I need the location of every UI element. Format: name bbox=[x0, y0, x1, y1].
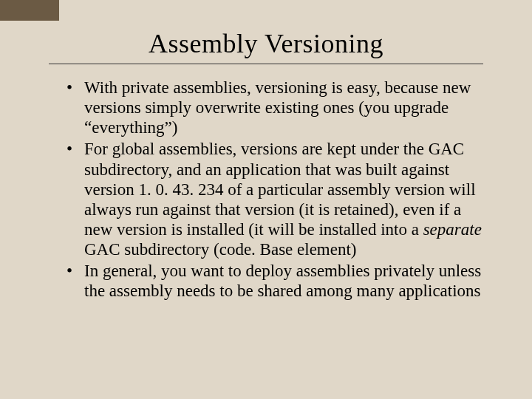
corner-accent bbox=[0, 0, 59, 21]
bullet-text: With private assemblies, versioning is e… bbox=[84, 78, 471, 137]
list-item: For global assemblies, versions are kept… bbox=[84, 139, 482, 261]
bullet-text: For global assemblies, versions are kept… bbox=[84, 140, 476, 239]
bullet-italic: separate bbox=[423, 220, 482, 239]
slide-body: Assembly Versioning With private assembl… bbox=[0, 0, 532, 399]
list-item: With private assemblies, versioning is e… bbox=[84, 78, 482, 139]
bullet-text: In general, you want to deploy assemblie… bbox=[84, 262, 481, 300]
slide-title: Assembly Versioning bbox=[35, 28, 497, 59]
list-item: In general, you want to deploy assemblie… bbox=[84, 261, 482, 302]
bullet-list: With private assemblies, versioning is e… bbox=[35, 78, 497, 302]
title-underline bbox=[49, 64, 483, 64]
bullet-text-after: GAC subdirectory (code. Base element) bbox=[84, 240, 357, 259]
